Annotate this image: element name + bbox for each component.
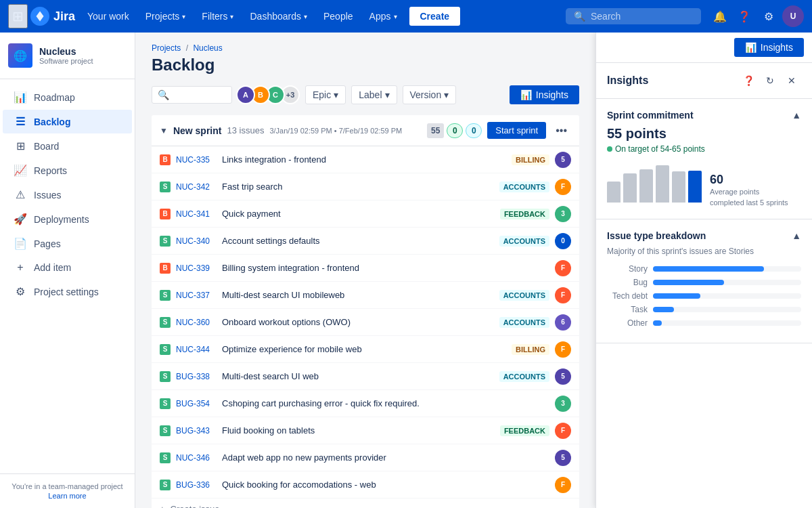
insights-refresh-icon[interactable]: ↻: [761, 71, 780, 90]
sidebar-item-issues[interactable]: ⚠ Issues: [3, 183, 132, 207]
people-btn[interactable]: People: [317, 8, 360, 24]
on-target-text: On target of 54-65 points: [615, 144, 705, 154]
sidebar-item-add-item[interactable]: + Add item: [3, 256, 132, 279]
table-row[interactable]: S BUG-338 Multi-dest search UI web ACCOU…: [152, 363, 579, 390]
issue-type-icon: S: [160, 480, 171, 490]
issue-title: Billing system integration - frontend: [222, 263, 549, 273]
sprint-chevron[interactable]: ▼: [160, 126, 168, 135]
issue-type-icon: S: [160, 452, 171, 463]
sprint-commitment-card: Sprint commitment ▲ 55 points On target …: [596, 99, 812, 219]
backlog-search[interactable]: 🔍: [152, 86, 232, 104]
table-row[interactable]: S NUC-342 Fast trip search ACCOUNTS F: [152, 173, 579, 200]
breakdown-rows: Story Bug Tech debt Task Other: [607, 264, 801, 328]
bar-chart-bar: [672, 171, 685, 203]
create-button[interactable]: Create: [409, 7, 461, 26]
content-area: Projects / Nucleus Backlog 🔍 A B C +3: [135, 33, 595, 508]
jira-logo[interactable]: Jira: [30, 7, 75, 26]
topnav: ⊞ Jira Your work Projects ▾ Filters ▾ Da…: [0, 0, 812, 33]
insights-tab-button[interactable]: 📊 Insights: [734, 38, 804, 57]
sidebar: 🌐 Nucleus Software project 📊 Roadmap ☰ B…: [0, 33, 135, 508]
start-sprint-button[interactable]: Start sprint: [487, 122, 546, 139]
roadmap-icon: 📊: [14, 91, 27, 104]
issue-label: ACCOUNTS: [499, 290, 549, 301]
dashboards-btn[interactable]: Dashboards ▾: [243, 8, 314, 24]
table-row[interactable]: B NUC-341 Quick payment FEEDBACK 3: [152, 200, 579, 228]
settings-icon[interactable]: ⚙: [758, 5, 780, 27]
avatar: 5: [555, 152, 571, 168]
sprint-commitment-header: Sprint commitment ▲: [607, 110, 801, 121]
user-avatar[interactable]: U: [782, 5, 804, 27]
issue-key: NUC-340: [176, 236, 217, 246]
project-type: Software project: [39, 57, 93, 65]
issue-key: NUC-339: [176, 263, 217, 273]
issue-key: NUC-335: [176, 155, 217, 165]
table-row[interactable]: S NUC-337 Multi-dest search UI mobileweb…: [152, 282, 579, 309]
your-work-btn[interactable]: Your work: [81, 8, 136, 24]
issue-key: BUG-354: [176, 399, 217, 408]
insights-button[interactable]: 📊 Insights: [510, 85, 579, 104]
issue-label: ACCOUNTS: [499, 182, 549, 192]
avatar: F: [555, 341, 571, 358]
project-icon: 🌐: [8, 43, 32, 68]
epic-filter-btn[interactable]: Epic ▾: [305, 85, 346, 104]
filters-btn[interactable]: Filters ▾: [195, 8, 240, 24]
sidebar-item-project-settings[interactable]: ⚙ Project settings: [3, 280, 132, 303]
issue-key: BUG-343: [176, 426, 217, 436]
create-issue-row[interactable]: + Create issue: [152, 499, 579, 508]
sprint-badge-green: 0: [447, 123, 463, 138]
sidebar-item-board[interactable]: ⊞ Board: [3, 134, 132, 158]
grid-icon[interactable]: ⊞: [8, 4, 28, 28]
projects-btn[interactable]: Projects ▾: [139, 8, 193, 24]
avatar: F: [555, 477, 571, 493]
table-row[interactable]: S NUC-340 Account settings defaults ACCO…: [152, 228, 579, 255]
table-row[interactable]: S NUC-344 Optimize experience for mobile…: [152, 336, 579, 363]
avatar-1: A: [236, 85, 255, 104]
issue-key: NUC-341: [176, 209, 217, 219]
insights-close-icon[interactable]: ✕: [782, 71, 801, 90]
table-row[interactable]: S NUC-346 Adapt web app no new payments …: [152, 444, 579, 471]
insights-tab-bar: 📊 Insights: [596, 33, 812, 63]
backlog-search-input[interactable]: [172, 89, 226, 100]
insights-help-icon[interactable]: ❓: [739, 71, 758, 90]
table-row[interactable]: S NUC-360 Onboard workout options (OWO) …: [152, 309, 579, 336]
sprint-header: ▼ New sprint 13 issues 3/Jan/19 02:59 PM…: [152, 115, 579, 146]
table-row[interactable]: S BUG-343 Fluid booking on tablets FEEDB…: [152, 417, 579, 444]
apps-btn[interactable]: Apps ▾: [363, 8, 404, 24]
sidebar-item-backlog[interactable]: ☰ Backlog: [3, 110, 132, 133]
deployments-icon: 🚀: [14, 213, 27, 226]
project-info: Nucleus Software project: [39, 46, 93, 65]
sidebar-item-reports[interactable]: 📈 Reports: [3, 158, 132, 182]
learn-more-link[interactable]: Learn more: [8, 492, 127, 500]
issue-title: Multi-dest search UI web: [222, 371, 494, 381]
table-row[interactable]: B NUC-339 Billing system integration - f…: [152, 255, 579, 282]
breadcrumb-projects[interactable]: Projects: [152, 43, 181, 53]
bar-chart-bar: [639, 169, 653, 203]
board-icon: ⊞: [14, 140, 27, 152]
table-row[interactable]: B NUC-335 Links integration - frontend B…: [152, 146, 579, 173]
notifications-icon[interactable]: 🔔: [709, 5, 731, 27]
version-filter-btn[interactable]: Version ▾: [403, 85, 457, 104]
logo-text: Jira: [53, 9, 75, 24]
layout: 🌐 Nucleus Software project 📊 Roadmap ☰ B…: [0, 33, 812, 508]
sidebar-item-roadmap[interactable]: 📊 Roadmap: [3, 85, 132, 109]
table-row[interactable]: S BUG-336 Quick booking for accomodation…: [152, 471, 579, 499]
search-box[interactable]: 🔍: [566, 8, 701, 24]
table-row[interactable]: S BUG-354 Cshoping cart purchasing error…: [152, 390, 579, 417]
sidebar-label-board: Board: [34, 141, 59, 152]
sprint-more-button[interactable]: •••: [551, 123, 571, 138]
breadcrumb-nucleus[interactable]: Nucleus: [193, 43, 222, 53]
breakdown-bar-fill: [653, 307, 674, 312]
breakdown-bar-fill: [653, 293, 700, 299]
search-input[interactable]: [591, 11, 692, 22]
sidebar-item-pages[interactable]: 📄 Pages: [3, 232, 132, 255]
issue-type-icon: S: [160, 371, 171, 382]
help-icon[interactable]: ❓: [734, 5, 755, 27]
sidebar-item-deployments[interactable]: 🚀 Deployments: [3, 207, 132, 231]
sprint-commitment-title: Sprint commitment: [607, 110, 694, 121]
sidebar-label-project-settings: Project settings: [34, 287, 99, 297]
issue-type-icon: S: [160, 398, 171, 409]
issue-key: BUG-336: [176, 480, 217, 490]
label-filter-btn[interactable]: Label ▾: [351, 85, 397, 104]
breakdown-bar-fill: [653, 266, 764, 272]
insights-panel-actions: ❓ ↻ ✕: [739, 71, 801, 90]
